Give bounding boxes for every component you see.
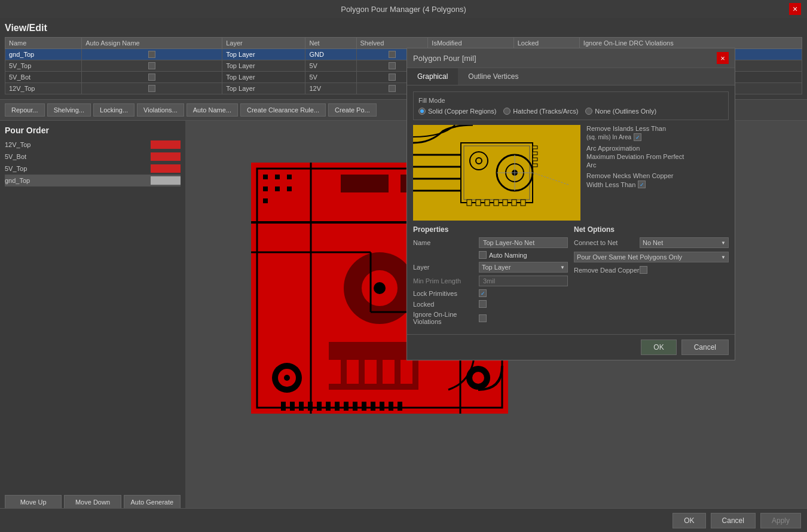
net-options-col: Net Options Connect to Net No Net ▼ Pour…: [574, 225, 729, 328]
shelving-button[interactable]: Shelving...: [47, 103, 91, 117]
svg-rect-66: [533, 158, 537, 161]
dialog-cancel-button[interactable]: Cancel: [681, 340, 729, 355]
svg-rect-20: [347, 360, 359, 384]
svg-rect-12: [275, 175, 280, 179]
pour-over-select[interactable]: Pour Over Same Net Polygons Only ▼: [574, 252, 729, 262]
svg-rect-14: [263, 186, 268, 191]
dialog-ok-button[interactable]: OK: [641, 340, 676, 355]
name-value[interactable]: Top Layer-No Net: [479, 237, 568, 248]
locked-label: Locked: [413, 301, 479, 308]
svg-rect-67: [533, 164, 537, 167]
remove-necks-option: Remove Necks When Copper Width Less Than: [586, 172, 729, 188]
svg-rect-64: [533, 146, 537, 149]
pour-order-list-item[interactable]: gnd_Top: [5, 175, 181, 186]
max-deviation-label: Maximum Deviation From Perfect: [586, 153, 729, 160]
svg-rect-45: [353, 402, 357, 411]
remove-necks-label: Remove Necks When Copper: [586, 172, 729, 179]
remove-dead-copper-checkbox[interactable]: [640, 266, 647, 274]
tab-outline-vertices[interactable]: Outline Vertices: [458, 68, 528, 85]
svg-rect-70: [485, 200, 490, 206]
repour-button[interactable]: Repour...: [5, 103, 45, 117]
radio-solid[interactable]: Solid (Copper Regions): [418, 108, 496, 115]
svg-rect-40: [308, 402, 313, 411]
auto-naming-label: Auto Naming: [489, 252, 527, 259]
lock-primitives-checkbox[interactable]: [479, 289, 487, 297]
svg-rect-19: [329, 360, 341, 384]
move-down-button[interactable]: Move Down: [64, 495, 121, 509]
ignore-violations-label: Ignore On-Line Violations: [413, 311, 479, 325]
bottom-cancel-button[interactable]: Cancel: [711, 513, 756, 528]
pour-over-arrow: ▼: [721, 255, 726, 260]
width-less-than-label: Width Less Than: [586, 181, 635, 188]
svg-rect-39: [299, 402, 304, 411]
svg-rect-49: [389, 402, 393, 411]
left-panel: Pour Order 12V_Top5V_Bot5V_Topgnd_Top Mo…: [0, 121, 185, 532]
pour-order-list-item[interactable]: 5V_Top: [5, 163, 181, 175]
pour-order-list-item[interactable]: 12V_Top: [5, 139, 181, 151]
create-po-button[interactable]: Create Po...: [328, 103, 377, 117]
svg-rect-22: [383, 360, 395, 384]
radio-hatched-label: Hatched (Tracks/Arcs): [513, 108, 578, 115]
lock-primitives-row: Lock Primitives: [413, 289, 568, 297]
pour-order-list: 12V_Top5V_Bot5V_Topgnd_Top: [5, 139, 181, 186]
radio-none-label: None (Outlines Only): [595, 108, 656, 115]
violations-button[interactable]: Violations...: [137, 103, 184, 117]
bottom-apply-button[interactable]: Apply: [760, 513, 801, 528]
min-prim-label: Min Prim Length: [413, 277, 479, 285]
tab-graphical[interactable]: Graphical: [407, 68, 458, 85]
svg-rect-46: [362, 402, 366, 411]
auto-naming-row: Auto Naming: [413, 251, 568, 259]
auto-generate-button[interactable]: Auto Generate: [124, 495, 181, 509]
radio-solid-label: Solid (Copper Regions): [428, 108, 496, 115]
title-bar: Polygon Pour Manager (4 Polygons) ×: [0, 0, 807, 18]
polygon-dialog-close-button[interactable]: ×: [717, 52, 729, 64]
connect-to-net-arrow: ▼: [721, 240, 726, 246]
dialog-content: Fill Mode Solid (Copper Regions) Hatched…: [407, 85, 735, 334]
remove-islands-unit: (sq. mils) In Area: [586, 134, 631, 140]
min-prim-row: Min Prim Length 3mil: [413, 276, 568, 286]
ignore-violations-checkbox[interactable]: [479, 314, 487, 322]
layer-label: Layer: [413, 264, 479, 271]
svg-rect-69: [476, 200, 481, 206]
bottom-ok-button[interactable]: OK: [672, 513, 705, 528]
layer-select-arrow: ▼: [560, 265, 565, 270]
svg-rect-47: [371, 402, 375, 411]
name-row: Name Top Layer-No Net: [413, 237, 568, 248]
pcb-preview: [413, 125, 580, 221]
locking-button[interactable]: Locking...: [93, 103, 134, 117]
svg-rect-29: [341, 175, 389, 192]
col-shelved: Shelved: [356, 38, 428, 49]
svg-rect-11: [263, 175, 268, 179]
dialog-buttons: OK Cancel: [407, 334, 735, 360]
locked-checkbox[interactable]: [479, 300, 487, 308]
pour-order-list-item[interactable]: 5V_Bot: [5, 151, 181, 163]
svg-rect-23: [401, 360, 412, 384]
radio-hatched[interactable]: Hatched (Tracks/Arcs): [503, 108, 578, 115]
pour-order-item-name: 5V_Top: [5, 165, 27, 172]
pour-over-value: Pour Over Same Net Polygons Only: [577, 253, 682, 261]
svg-point-28: [472, 372, 484, 384]
pour-order-panel: Pour Order 12V_Top5V_Bot5V_Topgnd_Top: [0, 121, 185, 491]
remove-islands-checkbox[interactable]: [634, 133, 641, 141]
polygon-pour-dialog: Polygon Pour [mil] × Graphical Outline V…: [406, 48, 735, 360]
pour-order-item-name: gnd_Top: [5, 177, 30, 184]
create-clearance-button[interactable]: Create Clearance Rule...: [240, 103, 326, 117]
svg-rect-37: [281, 402, 286, 411]
ignore-violations-row: Ignore On-Line Violations: [413, 311, 568, 325]
connect-to-net-select[interactable]: No Net ▼: [640, 237, 729, 248]
move-up-button[interactable]: Move Up: [5, 495, 62, 509]
radio-solid-circle: [418, 108, 426, 115]
bottom-bar: OK Cancel Apply: [0, 508, 807, 532]
pour-order-title: Pour Order: [5, 126, 181, 135]
preview-area: Remove Islands Less Than (sq. mils) In A…: [413, 125, 729, 221]
auto-name-button[interactable]: Auto Name...: [187, 103, 238, 117]
auto-naming-checkbox[interactable]: [479, 251, 487, 259]
remove-dead-copper-label: Remove Dead Copper: [574, 267, 640, 274]
layer-select[interactable]: Top Layer ▼: [479, 262, 568, 273]
layer-value: Top Layer: [482, 264, 511, 271]
window-close-button[interactable]: ×: [789, 3, 801, 15]
svg-rect-16: [287, 186, 292, 191]
polygon-dialog-titlebar: Polygon Pour [mil] ×: [407, 48, 735, 68]
remove-necks-checkbox[interactable]: [638, 181, 646, 188]
radio-none[interactable]: None (Outlines Only): [585, 108, 656, 115]
